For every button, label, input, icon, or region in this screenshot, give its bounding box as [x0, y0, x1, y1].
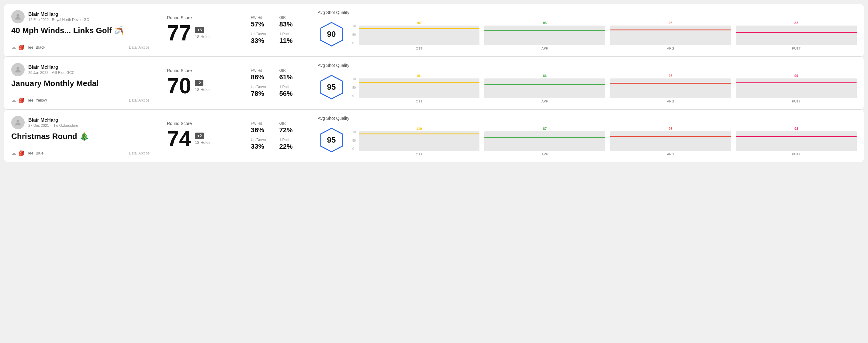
chart-label-putt: PUTT — [736, 152, 857, 156]
bag-icon: 🎒 — [19, 150, 25, 156]
score-section: Round Score 77 +5 18 Holes — [157, 10, 242, 50]
updown-value: 33% — [251, 143, 272, 151]
oneputt-value: 22% — [279, 143, 301, 151]
user-info: Blair McHarg 29 Jan 2022 · Mill Ride GCC — [28, 64, 74, 75]
chart-with-axis: 100 50 0 110 87 — [352, 124, 857, 156]
bar-value: 110 — [416, 127, 422, 130]
user-header: Blair McHarg 27 Dec 2021 · The Oxfordshi… — [11, 116, 150, 129]
tee-label: Tee: Yellow — [27, 98, 47, 102]
avg-quality-label: Avg Shot Quality — [318, 10, 857, 15]
avatar — [11, 63, 25, 76]
chart-label-arg: ARG — [610, 99, 731, 103]
gir-label: GIR — [279, 121, 301, 126]
tee-info: ☁ 🎒 Tee: Black — [11, 44, 45, 50]
data-source: Data: Arccos — [129, 151, 150, 155]
bar-line — [484, 84, 605, 85]
bar-line — [484, 137, 605, 138]
avatar — [11, 116, 25, 129]
weather-icon: ☁ — [11, 97, 16, 103]
chart-label-app: APP — [484, 46, 605, 50]
score-badge: +5 18 Holes — [195, 27, 210, 39]
left-section: Blair McHarg 29 Jan 2022 · Mill Ride GCC… — [11, 63, 157, 103]
updown-stat: Up/Down 33% — [251, 138, 272, 151]
round-score-label: Round Score — [167, 121, 232, 126]
chart-label-ott: OTT — [359, 152, 480, 156]
fw-hit-value: 57% — [251, 20, 272, 28]
hexagon: 95 — [319, 127, 344, 153]
bar-wrapper — [610, 79, 731, 98]
chart-area: 110 87 95 93 — [359, 124, 857, 151]
updown-label: Up/Down — [251, 32, 272, 36]
bar-wrapper — [484, 26, 605, 45]
chart-col-ott: 110 — [359, 127, 480, 151]
chart-col-arg: 95 — [610, 127, 731, 151]
bar-wrapper — [736, 26, 857, 45]
bar-line — [359, 133, 480, 134]
hexagon-score: 90 — [327, 30, 336, 39]
round-title: 40 Mph Winds... Links Golf 🪃 — [11, 26, 150, 35]
gir-stat: GIR 83% — [279, 15, 301, 28]
user-name: Blair McHarg — [28, 117, 78, 123]
chart-col-app: 86 — [484, 74, 605, 98]
stats-section: FW Hit 57% GIR 83% Up/Down 33% 1 Putt 11… — [242, 10, 309, 50]
chart-with-axis: 100 50 0 101 86 — [352, 71, 857, 103]
date-venue: 27 Dec 2021 · The Oxfordshire — [28, 123, 78, 128]
avatar — [11, 10, 25, 23]
bar-line — [610, 136, 731, 137]
stats-section: FW Hit 36% GIR 72% Up/Down 33% 1 Putt 22… — [242, 116, 309, 156]
bar-chart: 100 50 0 107 95 — [352, 18, 857, 50]
bar-value: 82 — [795, 21, 798, 25]
date-venue: 12 Feb 2022 · Royal North Devon GC — [28, 18, 89, 22]
tee-label: Tee: Blue — [27, 151, 43, 155]
y-label-100: 100 — [352, 25, 358, 28]
chart-col-app: 95 — [484, 21, 605, 45]
quality-content: 90 100 50 0 — [318, 18, 857, 50]
bar-value: 98 — [669, 21, 673, 25]
bar-background — [484, 26, 605, 45]
user-header: Blair McHarg 29 Jan 2022 · Mill Ride GCC — [11, 63, 150, 76]
bar-chart: 100 50 0 101 86 — [352, 71, 857, 103]
updown-label: Up/Down — [251, 85, 272, 89]
bar-value: 96 — [669, 74, 673, 77]
oneputt-stat: 1 Putt 11% — [279, 32, 301, 45]
user-header: Blair McHarg 12 Feb 2022 · Royal North D… — [11, 10, 150, 23]
fw-hit-value: 36% — [251, 126, 272, 134]
chart-label-arg: ARG — [610, 46, 731, 50]
gir-value: 61% — [279, 73, 301, 81]
fw-hit-stat: FW Hit 57% — [251, 15, 272, 28]
hexagon-container: 95 — [318, 126, 345, 154]
chart-label-ott: OTT — [359, 46, 480, 50]
gir-stat: GIR 72% — [279, 121, 301, 134]
round-card-1: Blair McHarg 12 Feb 2022 · Royal North D… — [4, 4, 864, 57]
y-label-100: 100 — [352, 131, 358, 134]
avg-quality-label: Avg Shot Quality — [318, 116, 857, 121]
round-title: Christmas Round 🎄 — [11, 132, 150, 141]
bar-value: 99 — [795, 74, 798, 77]
round-score-label: Round Score — [167, 15, 232, 20]
updown-value: 78% — [251, 90, 272, 98]
bar-wrapper — [610, 26, 731, 45]
bar-wrapper — [736, 79, 857, 98]
oneputt-label: 1 Putt — [279, 138, 301, 142]
chart-with-axis: 100 50 0 107 95 — [352, 18, 857, 50]
chart-col-arg: 96 — [610, 74, 731, 98]
bar-wrapper — [484, 131, 605, 151]
score-row: 74 +2 18 Holes — [167, 128, 232, 150]
holes-text: 18 Holes — [195, 87, 210, 92]
bar-chart: 100 50 0 110 87 — [352, 124, 857, 156]
bar-value: 95 — [543, 21, 547, 25]
holes-text: 18 Holes — [195, 34, 210, 39]
y-label-50: 50 — [352, 33, 358, 36]
holes-text: 18 Holes — [195, 140, 210, 145]
footer-info: ☁ 🎒 Tee: Yellow Data: Arccos — [11, 97, 150, 103]
bar-value: 101 — [416, 74, 422, 77]
bar-line — [736, 136, 857, 137]
bar-line — [610, 83, 731, 84]
oneputt-label: 1 Putt — [279, 85, 301, 89]
gir-value: 83% — [279, 20, 301, 28]
score-row: 70 -2 18 Holes — [167, 75, 232, 97]
svg-point-0 — [17, 14, 19, 17]
bar-wrapper — [610, 131, 731, 151]
round-title: January Monthly Medal — [11, 79, 150, 88]
score-section: Round Score 74 +2 18 Holes — [157, 116, 242, 156]
